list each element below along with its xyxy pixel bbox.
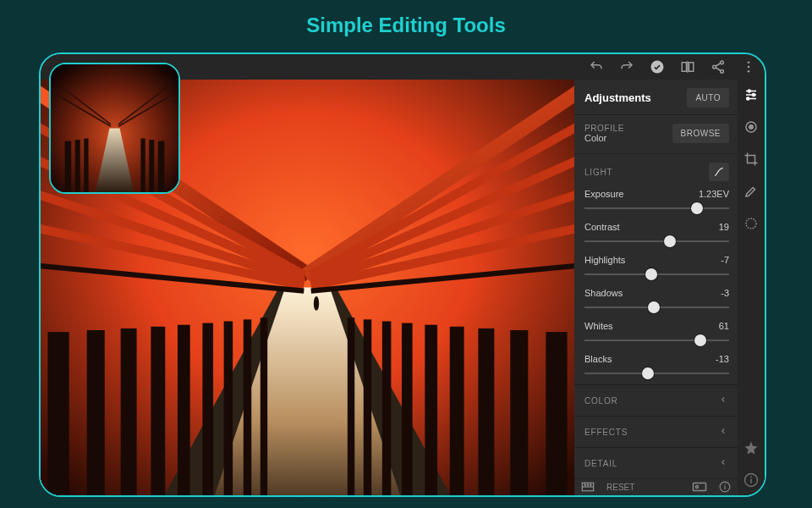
auto-button[interactable]: AUTO	[687, 88, 729, 108]
slider-track[interactable]	[584, 331, 729, 350]
svg-point-63	[584, 484, 585, 485]
svg-point-65	[590, 484, 591, 485]
slider-track[interactable]	[584, 199, 729, 218]
brush-tool-icon[interactable]	[743, 183, 760, 200]
svg-rect-47	[348, 318, 354, 495]
svg-rect-35	[202, 323, 213, 495]
share-icon[interactable]	[710, 59, 726, 75]
color-section-label: COLOR	[584, 396, 618, 406]
slider-knob[interactable]	[691, 202, 703, 214]
slider-value: -3	[721, 288, 729, 298]
tone-curve-icon[interactable]	[709, 163, 729, 181]
star-icon[interactable]	[743, 439, 760, 456]
slider-track[interactable]	[584, 364, 729, 383]
color-section-header[interactable]: COLOR	[574, 384, 738, 416]
svg-rect-8	[140, 139, 145, 192]
slider-whites: Whites61	[574, 318, 738, 351]
svg-rect-69	[724, 485, 725, 489]
slider-value: 19	[719, 222, 729, 232]
profile-value: Color	[584, 133, 624, 143]
slider-knob[interactable]	[648, 301, 660, 313]
accept-icon[interactable]	[650, 59, 665, 75]
svg-point-78	[749, 125, 754, 130]
slider-track[interactable]	[584, 298, 729, 317]
slider-label: Blacks	[584, 354, 612, 364]
svg-rect-36	[224, 321, 233, 495]
compare-icon[interactable]	[680, 59, 695, 75]
filmstrip-icon[interactable]	[581, 482, 595, 494]
right-panel-wrap: Adjustments AUTO PROFILE Color BROWSE LI…	[574, 80, 765, 495]
slider-value: 61	[719, 321, 729, 331]
slider-knob[interactable]	[642, 367, 654, 379]
svg-rect-40	[510, 330, 528, 495]
adjust-tool-icon[interactable]	[743, 86, 760, 103]
slider-blacks: Blacks-13	[574, 351, 738, 384]
svg-rect-42	[450, 327, 464, 495]
chevron-left-icon	[719, 427, 727, 437]
slider-exposure: Exposure1.23EV	[574, 186, 738, 219]
svg-rect-43	[425, 325, 437, 495]
detail-section-label: DETAIL	[584, 459, 617, 468]
undo-icon[interactable]	[589, 59, 604, 75]
svg-rect-30	[47, 332, 69, 495]
svg-rect-44	[402, 323, 413, 495]
light-section-label: LIGHT	[584, 168, 612, 177]
svg-rect-7	[84, 139, 88, 192]
svg-rect-38	[261, 318, 267, 495]
svg-point-24	[748, 70, 750, 73]
svg-rect-5	[75, 140, 80, 192]
tool-rail	[738, 80, 765, 495]
slider-label: Whites	[584, 321, 613, 331]
svg-rect-46	[364, 319, 371, 495]
info-icon[interactable]	[719, 481, 731, 494]
panel-title: Adjustments	[584, 91, 651, 104]
slider-track[interactable]	[584, 232, 729, 251]
radial-tool-icon[interactable]	[743, 215, 760, 232]
svg-point-23	[748, 66, 750, 69]
redo-icon[interactable]	[619, 59, 634, 75]
adjustments-panel: Adjustments AUTO PROFILE Color BROWSE LI…	[574, 80, 738, 495]
crop-tool-icon[interactable]	[743, 151, 760, 168]
svg-rect-45	[382, 321, 392, 495]
svg-rect-3	[65, 141, 72, 192]
reset-button[interactable]: RESET	[606, 483, 634, 492]
svg-point-76	[747, 97, 749, 100]
slider-value: -13	[716, 354, 729, 364]
svg-point-74	[748, 90, 750, 92]
more-icon[interactable]	[741, 59, 756, 75]
svg-rect-37	[244, 319, 251, 495]
preset-icon[interactable]	[692, 482, 707, 494]
slider-knob[interactable]	[664, 235, 676, 247]
svg-point-75	[753, 94, 755, 97]
browse-button[interactable]: BROWSE	[672, 124, 729, 143]
slider-label: Shadows	[584, 288, 623, 298]
rail-info-icon[interactable]	[743, 472, 760, 489]
slider-highlights: Highlights-7	[574, 252, 738, 285]
slider-knob[interactable]	[694, 334, 706, 346]
healing-tool-icon[interactable]	[743, 119, 760, 135]
profile-label: PROFILE	[584, 124, 624, 133]
svg-point-79	[746, 218, 756, 229]
svg-rect-34	[178, 325, 190, 495]
slider-shadows: Shadows-3	[574, 285, 738, 318]
svg-rect-41	[478, 329, 494, 495]
detail-section-header[interactable]: DETAIL	[574, 447, 738, 478]
svg-rect-15	[689, 63, 694, 72]
svg-rect-4	[158, 141, 165, 192]
slider-value: 1.23EV	[699, 189, 729, 199]
light-section-header[interactable]: LIGHT	[574, 154, 738, 186]
hero-title: Simple Editing Tools	[0, 0, 812, 46]
svg-rect-39	[546, 332, 567, 495]
chevron-left-icon	[719, 458, 727, 468]
slider-label: Highlights	[584, 255, 625, 265]
svg-point-60	[314, 296, 319, 311]
svg-point-67	[696, 485, 699, 488]
chevron-left-icon	[719, 395, 727, 406]
slider-track[interactable]	[584, 265, 729, 284]
svg-line-21	[716, 68, 721, 71]
svg-rect-14	[682, 63, 686, 72]
svg-rect-82	[750, 477, 752, 478]
svg-point-22	[748, 61, 750, 64]
slider-knob[interactable]	[645, 268, 657, 280]
effects-section-header[interactable]: EFFECTS	[574, 416, 738, 447]
